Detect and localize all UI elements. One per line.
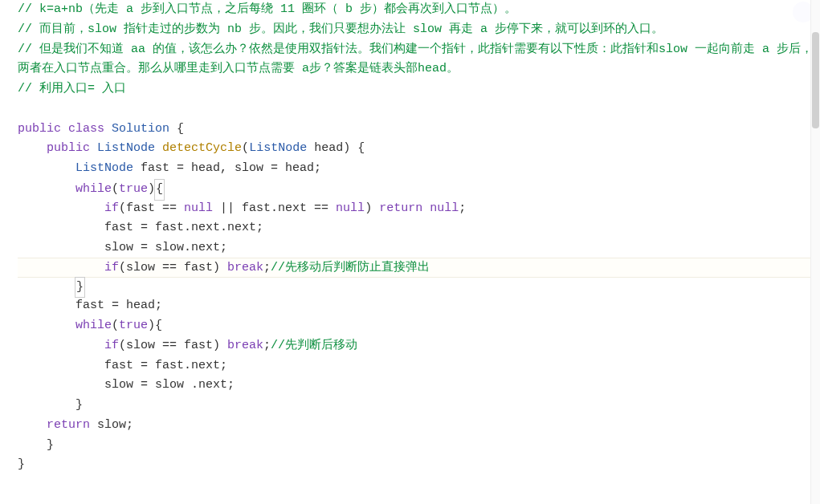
code-token-comment: // k=a+nb（先走 a 步到入口节点，之后每绕 11 圈环（ b 步）都会… [18,2,516,16]
code-token-type: ListNode [75,161,133,175]
code-token-plain: (fast == [119,201,184,215]
code-token-method: detectCycle [162,141,242,155]
code-token-type: Solution [112,122,169,136]
code-line[interactable]: return slow; [18,416,820,436]
code-line[interactable]: while(true){ [18,179,820,199]
code-token-plain: ; [459,201,466,215]
code-line[interactable] [18,100,820,120]
code-token-plain: slow = slow .next; [104,378,235,392]
code-line[interactable]: // k=a+nb（先走 a 步到入口节点，之后每绕 11 圈环（ b 步）都会… [18,0,820,20]
code-token-plain: fast = fast.next; [104,359,227,372]
code-token-type: ListNode [249,141,307,155]
code-line[interactable]: } [18,396,820,416]
code-token-plain: ; [263,261,271,274]
code-line[interactable]: } [18,436,820,456]
code-token-keyword: while [75,182,112,196]
code-line[interactable]: slow = slow .next; [18,376,820,396]
scrollbar-thumb[interactable] [812,32,819,128]
code-token-plain: { [169,122,184,136]
code-line[interactable]: public ListNode detectCycle(ListNode hea… [18,139,820,159]
code-token-plain: fast = head; [75,299,162,312]
code-token-keyword: break [227,339,263,352]
code-token-plain: } [18,457,25,471]
code-token-comment: // 但是我们不知道 aa 的值，该怎么办？依然是使用双指针法。我们构建一个指针… [18,43,813,76]
code-token-type: ListNode [97,141,155,155]
code-token-plain [90,141,97,155]
code-token-plain [155,141,162,155]
code-token-plain: ){ [148,319,162,332]
code-token-plain: slow = slow.next; [104,241,227,254]
code-token-comment: //先判断后移动 [271,339,357,352]
code-token-plain: fast = fast.next.next; [104,221,263,234]
code-token-plain: } [75,398,83,412]
code-token-keyword: return [379,201,422,215]
code-token-comment: // 利用入口= 入口 [18,82,126,96]
code-token-keyword: return [47,418,90,432]
code-token-plain: } [75,277,85,299]
code-token-plain: head) { [307,141,365,155]
code-token-keyword: public [47,141,90,155]
code-token-keyword: null [336,201,365,215]
code-token-keyword: if [104,201,119,215]
code-token-plain: ; [263,339,271,352]
code-token-keyword: if [104,339,119,352]
code-token-plain [104,122,112,136]
code-line[interactable]: if(fast == null || fast.next == null) re… [18,199,820,219]
code-line[interactable]: fast = head; [18,296,820,316]
code-token-plain [61,122,68,136]
code-token-keyword: class [68,122,104,136]
code-line[interactable]: } [18,455,820,475]
code-token-keyword: while [75,319,112,332]
code-line[interactable]: ListNode fast = head, slow = head; [18,159,820,179]
code-line[interactable]: slow = slow.next; [18,238,820,258]
code-token-plain: (slow == fast) [119,261,227,274]
code-token-plain: slow; [90,418,133,432]
code-token-keyword: null [430,201,459,215]
code-line[interactable]: // 但是我们不知道 aa 的值，该怎么办？依然是使用双指针法。我们构建一个指针… [18,40,820,80]
code-token-keyword: true [119,319,148,332]
code-token-plain: (slow == fast) [119,339,227,352]
code-token-plain: ( [112,182,119,196]
code-token-plain: ( [112,319,119,332]
code-line[interactable]: public class Solution { [18,120,820,140]
code-line[interactable]: while(true){ [18,316,820,336]
code-token-comment: // 而目前，slow 指针走过的步数为 nb 步。因此，我们只要想办法让 sl… [18,22,663,36]
code-token-plain: ( [242,141,249,155]
code-token-plain: { [154,179,165,201]
code-token-plain: fast = head, slow = head; [133,161,321,175]
code-token-comment: //先移动后判断防止直接弹出 [271,261,430,274]
code-line[interactable]: if(slow == fast) break;//先判断后移动 [18,336,820,356]
code-line[interactable]: if(slow == fast) break;//先移动后判断防止直接弹出 [18,258,820,278]
code-line[interactable]: fast = fast.next; [18,356,820,376]
code-token-keyword: if [104,261,119,274]
code-token-keyword: null [184,201,213,215]
code-token-keyword: public [18,122,61,136]
code-line[interactable]: } [18,277,820,297]
code-token-plain: || fast.next == [213,201,336,215]
code-line[interactable]: // 利用入口= 入口 [18,79,820,100]
code-editor[interactable]: // k=a+nb（先走 a 步到入口节点，之后每绕 11 圈环（ b 步）都会… [0,0,820,475]
code-token-keyword: break [227,261,263,274]
code-token-keyword: true [119,182,148,196]
code-line[interactable]: // 而目前，slow 指针走过的步数为 nb 步。因此，我们只要想办法让 sl… [18,20,820,40]
code-token-plain [422,201,430,215]
code-token-plain: ) [365,201,379,215]
code-line[interactable]: fast = fast.next.next; [18,218,820,238]
scrollbar[interactable] [810,0,820,504]
code-token-plain: } [47,438,54,452]
